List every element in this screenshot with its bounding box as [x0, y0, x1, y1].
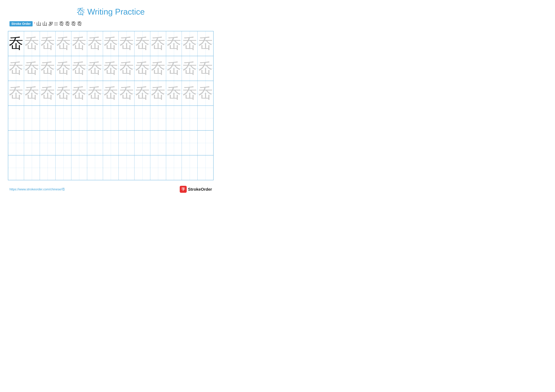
grid-cell-5-8[interactable] [134, 156, 150, 180]
grid-cell-1-2[interactable]: 岙 [40, 56, 56, 81]
grid-cell-5-5[interactable] [87, 156, 103, 180]
cell-character: 岙 [88, 61, 102, 76]
grid-cell-2-10[interactable]: 岙 [166, 81, 182, 106]
grid-cell-4-3[interactable] [56, 131, 71, 155]
grid-cell-3-0[interactable] [8, 106, 24, 130]
grid-cell-3-1[interactable] [24, 106, 40, 130]
grid-cell-0-5[interactable]: 岙 [87, 31, 103, 56]
grid-cell-1-6[interactable]: 岙 [103, 56, 119, 81]
grid-cell-5-11[interactable] [182, 156, 197, 180]
grid-cell-5-2[interactable] [40, 156, 56, 180]
grid-cell-1-1[interactable]: 岙 [24, 56, 40, 81]
grid-cell-3-11[interactable] [182, 106, 197, 130]
grid-cell-1-4[interactable]: 岙 [71, 56, 87, 81]
grid-cell-3-7[interactable] [119, 106, 134, 130]
cell-character: 岙 [104, 86, 118, 100]
cell-character: 岙 [41, 36, 55, 51]
grid-cell-5-12[interactable] [197, 156, 213, 180]
grid-cell-1-7[interactable]: 岙 [119, 56, 134, 81]
grid-cell-3-12[interactable] [197, 106, 213, 130]
cell-character: 岙 [198, 36, 213, 51]
grid-cell-3-10[interactable] [166, 106, 182, 130]
grid-cell-4-11[interactable] [182, 131, 197, 155]
grid-cell-2-2[interactable]: 岙 [40, 81, 56, 106]
grid-cell-5-4[interactable] [71, 156, 87, 180]
grid-cell-1-11[interactable]: 岙 [182, 56, 197, 81]
grid-cell-0-4[interactable]: 岙 [71, 31, 87, 56]
grid-cell-0-6[interactable]: 岙 [103, 31, 119, 56]
grid-cell-2-12[interactable]: 岙 [197, 81, 213, 106]
grid-cell-0-12[interactable]: 岙 [197, 31, 213, 56]
grid-cell-3-5[interactable] [87, 106, 103, 130]
grid-cell-2-8[interactable]: 岙 [134, 81, 150, 106]
stroke-step-3: 岁 [48, 21, 53, 27]
grid-cell-0-10[interactable]: 岙 [166, 31, 182, 56]
grid-cell-0-7[interactable]: 岙 [119, 31, 134, 56]
cell-character: 岙 [25, 61, 39, 76]
grid-cell-4-0[interactable] [8, 131, 24, 155]
grid-cell-4-10[interactable] [166, 131, 182, 155]
cell-character: 岙 [198, 86, 213, 100]
grid-cell-2-5[interactable]: 岙 [87, 81, 103, 106]
grid-cell-4-7[interactable] [119, 131, 134, 155]
grid-cell-4-5[interactable] [87, 131, 103, 155]
grid-cell-3-9[interactable] [150, 106, 166, 130]
cell-character: 岙 [104, 36, 118, 51]
grid-cell-0-11[interactable]: 岙 [182, 31, 197, 56]
cell-character: 岙 [151, 36, 165, 51]
grid-cell-3-2[interactable] [40, 106, 56, 130]
grid-cell-4-12[interactable] [197, 131, 213, 155]
grid-cell-1-12[interactable]: 岙 [197, 56, 213, 81]
grid-cell-3-4[interactable] [71, 106, 87, 130]
grid-cell-0-2[interactable]: 岙 [40, 31, 56, 56]
grid-cell-5-6[interactable] [103, 156, 119, 180]
grid-cell-2-6[interactable]: 岙 [103, 81, 119, 106]
grid-cell-5-3[interactable] [56, 156, 71, 180]
grid-cell-5-7[interactable] [119, 156, 134, 180]
grid-cell-1-9[interactable]: 岙 [150, 56, 166, 81]
grid-cell-2-7[interactable]: 岙 [119, 81, 134, 106]
stroke-order-section: Stroke Order '山山岁岙̣岙岙岙岙 [8, 21, 214, 27]
cell-character: 岙 [135, 36, 150, 51]
grid-cell-1-5[interactable]: 岙 [87, 56, 103, 81]
grid-cell-2-4[interactable]: 岙 [71, 81, 87, 106]
grid-cell-2-11[interactable]: 岙 [182, 81, 197, 106]
footer: https://www.strokeorder.com/chinese/岙 字 … [8, 186, 214, 193]
grid-cell-2-1[interactable]: 岙 [24, 81, 40, 106]
grid-cell-4-1[interactable] [24, 131, 40, 155]
grid-cell-4-6[interactable] [103, 131, 119, 155]
grid-cell-0-8[interactable]: 岙 [134, 31, 150, 56]
cell-character: 岙 [88, 86, 102, 100]
grid-cell-5-9[interactable] [150, 156, 166, 180]
grid-cell-5-1[interactable] [24, 156, 40, 180]
cell-character: 岙 [56, 61, 71, 76]
grid-cell-4-2[interactable] [40, 131, 56, 155]
cell-character: 岙 [72, 36, 86, 51]
grid-cell-5-0[interactable] [8, 156, 24, 180]
stroke-sequence: '山山岁岙̣岙岙岙岙 [34, 21, 82, 27]
grid-cell-3-6[interactable] [103, 106, 119, 130]
footer-url[interactable]: https://www.strokeorder.com/chinese/岙 [9, 187, 65, 192]
grid-cell-4-8[interactable] [134, 131, 150, 155]
cell-character: 岙 [167, 36, 181, 51]
grid-cell-0-1[interactable]: 岙 [24, 31, 40, 56]
grid-cell-5-10[interactable] [166, 156, 182, 180]
grid-cell-3-8[interactable] [134, 106, 150, 130]
stroke-order-badge: Stroke Order [9, 21, 33, 26]
grid-cell-4-4[interactable] [71, 131, 87, 155]
grid-cell-1-0[interactable]: 岙 [8, 56, 24, 81]
practice-grid: 岙岙岙岙岙岙岙岙岙岙岙岙岙岙岙岙岙岙岙岙岙岙岙岙岙岙岙岙岙岙岙岙岙岙岙岙岙岙岙 [8, 31, 214, 180]
grid-cell-0-9[interactable]: 岙 [150, 31, 166, 56]
cell-character: 岙 [72, 61, 86, 76]
grid-cell-2-9[interactable]: 岙 [150, 81, 166, 106]
grid-cell-2-3[interactable]: 岙 [56, 81, 71, 106]
grid-cell-1-10[interactable]: 岙 [166, 56, 182, 81]
grid-cell-3-3[interactable] [56, 106, 71, 130]
grid-cell-0-3[interactable]: 岙 [56, 31, 71, 56]
grid-cell-1-3[interactable]: 岙 [56, 56, 71, 81]
grid-cell-2-0[interactable]: 岙 [8, 81, 24, 106]
cell-character: 岙 [25, 36, 39, 51]
grid-cell-1-8[interactable]: 岙 [134, 56, 150, 81]
grid-cell-0-0[interactable]: 岙 [8, 31, 24, 56]
grid-cell-4-9[interactable] [150, 131, 166, 155]
